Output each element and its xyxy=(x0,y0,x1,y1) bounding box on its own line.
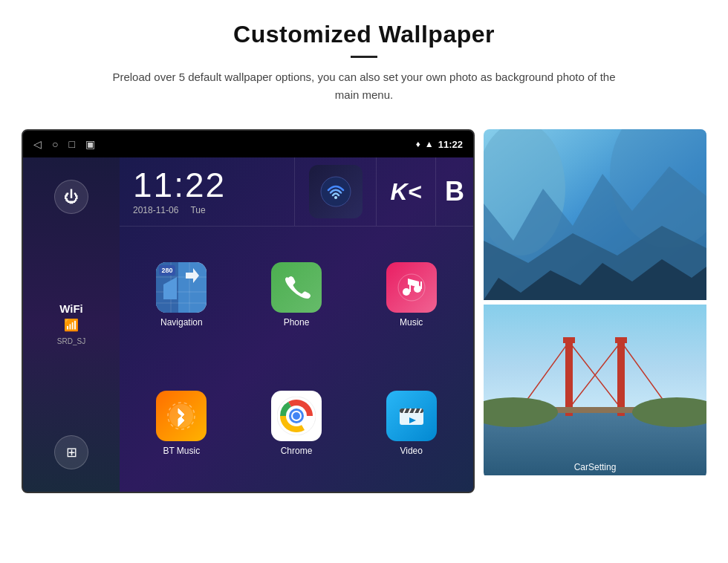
clock-day: Tue xyxy=(190,205,205,215)
svg-text:280: 280 xyxy=(162,267,173,274)
b-text: B xyxy=(445,176,464,207)
wallpaper-ice[interactable] xyxy=(484,129,706,303)
app-btmusic[interactable]: BT Music xyxy=(127,362,236,485)
chrome-icon xyxy=(271,391,322,441)
music-label: Music xyxy=(400,317,423,328)
page-title: Customized Wallpaper xyxy=(59,21,669,48)
phone-label: Phone xyxy=(284,317,310,328)
android-frame: ◁ ○ □ ▣ ♦ ▲ 11:22 ⏻ WiFi � xyxy=(22,129,475,493)
right-panel: CarSetting xyxy=(484,129,706,478)
app-chrome[interactable]: Chrome xyxy=(242,362,351,485)
btmusic-icon xyxy=(156,391,207,441)
left-sidebar: ⏻ WiFi 📶 SRD_SJ ⊞ xyxy=(23,157,120,492)
recent-icon[interactable]: □ xyxy=(68,138,74,150)
bridge-svg xyxy=(484,305,706,475)
apps-button[interactable]: ⊞ xyxy=(54,435,88,469)
wifi-network: SRD_SJ xyxy=(57,337,85,345)
phone-icon xyxy=(271,262,322,313)
video-icon xyxy=(386,391,437,441)
kl-text: K< xyxy=(391,178,422,206)
screenshot-icon[interactable]: ▣ xyxy=(85,138,95,150)
page-container: Customized Wallpaper Preload over 5 defa… xyxy=(0,0,728,493)
nav-icons: ◁ ○ □ ▣ xyxy=(33,138,95,150)
home-icon[interactable]: ○ xyxy=(52,138,58,150)
title-divider xyxy=(351,56,377,58)
wifi-label: WiFi xyxy=(57,302,85,315)
video-svg xyxy=(397,401,426,431)
page-header: Customized Wallpaper Preload over 5 defa… xyxy=(0,0,728,117)
svg-point-23 xyxy=(293,412,300,420)
music-svg xyxy=(397,273,426,302)
btmusic-label: BT Music xyxy=(163,446,200,456)
svg-point-1 xyxy=(334,196,337,199)
status-right: ♦ ▲ 11:22 xyxy=(416,139,463,150)
signal-icon xyxy=(318,174,354,209)
navigation-icon: 280 xyxy=(156,262,207,313)
app-grid: 280 Navigation xyxy=(120,227,473,492)
location-icon: ♦ xyxy=(416,139,420,149)
top-row: 11:22 2018-11-06 Tue xyxy=(120,157,473,227)
music-icon xyxy=(386,262,437,313)
clock-time: 11:22 xyxy=(133,168,281,202)
content-area: ◁ ○ □ ▣ ♦ ▲ 11:22 ⏻ WiFi � xyxy=(0,117,728,493)
kl-section: K< xyxy=(377,157,436,226)
svg-rect-38 xyxy=(484,305,706,412)
nav-map-svg: 280 xyxy=(156,262,207,313)
carsetting-label: CarSetting xyxy=(574,462,617,472)
app-phone[interactable]: Phone xyxy=(242,234,351,357)
navigation-label: Navigation xyxy=(160,317,203,328)
b-section: B xyxy=(436,157,473,226)
chrome-svg xyxy=(277,397,316,435)
page-subtitle: Preload over 5 default wallpaper options… xyxy=(104,68,624,104)
status-time: 11:22 xyxy=(438,139,463,150)
clock-section: 11:22 2018-11-06 Tue xyxy=(120,157,295,226)
app-video[interactable]: Video xyxy=(357,362,466,485)
center-content: 11:22 2018-11-06 Tue xyxy=(120,157,473,492)
wifi-status-icon: ▲ xyxy=(425,139,434,149)
clock-date: 2018-11-06 Tue xyxy=(133,205,281,215)
svg-point-0 xyxy=(321,177,351,206)
back-icon[interactable]: ◁ xyxy=(33,138,42,150)
status-bar: ◁ ○ □ ▣ ♦ ▲ 11:22 xyxy=(23,131,473,157)
clock-date-value: 2018-11-06 xyxy=(133,205,178,215)
chrome-label: Chrome xyxy=(281,446,313,456)
svg-point-14 xyxy=(414,285,421,293)
svg-point-17 xyxy=(169,404,193,428)
video-label: Video xyxy=(400,446,422,456)
phone-svg xyxy=(282,273,311,302)
app-music[interactable]: Music xyxy=(357,234,466,357)
btmusic-svg xyxy=(166,401,196,431)
main-content: ⏻ WiFi 📶 SRD_SJ ⊞ 11:22 xyxy=(23,157,473,492)
svg-point-13 xyxy=(403,288,410,296)
power-button[interactable]: ⏻ xyxy=(54,180,88,214)
widget-section xyxy=(295,157,377,226)
wifi-widget: WiFi 📶 SRD_SJ xyxy=(57,302,85,347)
wifi-signal: 📶 xyxy=(57,318,85,332)
wifi-widget-icon[interactable] xyxy=(309,165,363,218)
wallpaper-bridge[interactable]: CarSetting xyxy=(484,305,706,478)
ice-cave-svg xyxy=(484,129,706,300)
app-navigation[interactable]: 280 Navigation xyxy=(127,234,236,357)
